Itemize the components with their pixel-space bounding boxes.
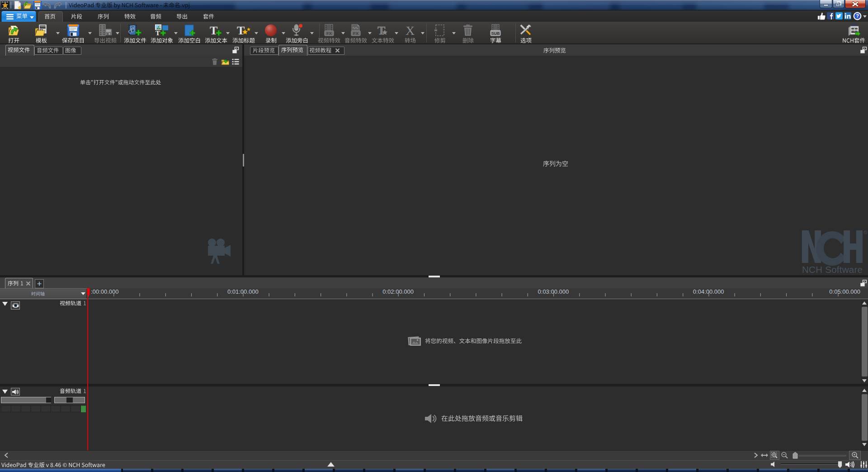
svg-text:FX: FX: [326, 31, 332, 36]
svg-text:?: ?: [856, 13, 859, 19]
svg-text:NCH Software: NCH Software: [802, 264, 863, 274]
svg-text:T: T: [237, 24, 245, 37]
svg-text:FX: FX: [353, 31, 359, 36]
svg-text:T: T: [377, 24, 385, 37]
svg-text:T: T: [210, 24, 217, 37]
svg-text:X: X: [406, 24, 415, 37]
svg-text:SUB: SUB: [491, 31, 500, 36]
